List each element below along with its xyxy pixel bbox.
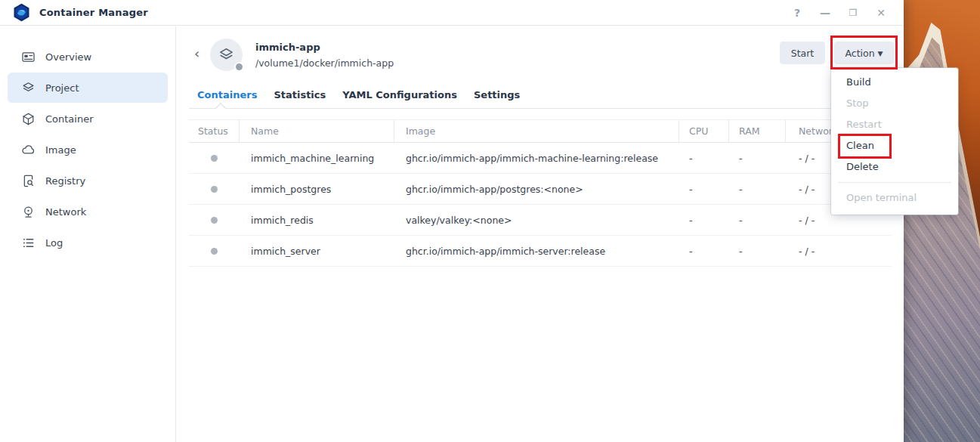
cube-icon xyxy=(21,112,36,126)
sidebar-item-registry[interactable]: Registry xyxy=(8,165,168,196)
sidebar-item-label: Overview xyxy=(45,51,91,63)
sidebar-item-label: Registry xyxy=(45,175,85,187)
action-button-label: Action xyxy=(845,48,874,59)
container-ram: - xyxy=(729,205,786,235)
menu-item-clean[interactable]: Clean xyxy=(831,135,958,156)
desktop-wallpaper xyxy=(904,0,980,442)
sidebar-item-label: Image xyxy=(45,144,76,156)
tab-settings[interactable]: Settings xyxy=(465,89,528,100)
column-header-status[interactable]: Status xyxy=(189,120,240,142)
status-cell xyxy=(189,174,240,204)
layers-icon xyxy=(21,81,36,95)
container-name: immich_machine_learning xyxy=(240,143,394,173)
back-button[interactable]: ‹ xyxy=(194,45,199,61)
container-image: valkey/valkey:<none> xyxy=(394,205,679,235)
menu-item-restart: Restart xyxy=(831,114,958,135)
cloud-icon xyxy=(21,143,36,157)
project-status-dot xyxy=(234,62,244,72)
overview-card-icon xyxy=(21,50,36,64)
status-dot-icon xyxy=(211,155,218,162)
project-path: /volume1/docker/immich-app xyxy=(255,57,394,69)
action-button[interactable]: Action▼ xyxy=(834,42,894,64)
sidebar-item-label: Container xyxy=(45,113,94,125)
title-bar: Container Manager ? — ❐ ✕ xyxy=(0,0,904,26)
container-ram: - xyxy=(729,174,786,204)
tab-yaml-configurations[interactable]: YAML Configurations xyxy=(334,89,465,100)
app-title: Container Manager xyxy=(39,7,148,18)
status-dot-icon xyxy=(211,217,218,224)
sidebar-item-project[interactable]: Project xyxy=(8,73,168,103)
layers-icon xyxy=(218,46,235,63)
desktop-screen: Container Manager ? — ❐ ✕ Overview xyxy=(0,0,980,442)
container-cpu: - xyxy=(679,236,729,266)
container-ram: - xyxy=(729,143,786,173)
container-manager-app-icon xyxy=(13,3,30,22)
menu-item-open-terminal: Open terminal xyxy=(831,187,958,209)
status-cell xyxy=(189,236,240,266)
close-icon[interactable]: ✕ xyxy=(875,7,887,19)
sidebar: Overview Project Container xyxy=(0,26,176,442)
container-cpu: - xyxy=(679,205,729,235)
column-header-image[interactable]: Image xyxy=(394,120,679,142)
container-image: ghcr.io/immich-app/immich-machine-learni… xyxy=(394,143,679,173)
list-icon xyxy=(21,236,36,250)
network-hub-icon xyxy=(21,205,36,219)
sidebar-item-log[interactable]: Log xyxy=(8,227,168,258)
sidebar-item-label: Project xyxy=(45,82,79,94)
sidebar-item-network[interactable]: Network xyxy=(8,196,168,227)
table-row[interactable]: immich_postgres ghcr.io/immich-app/postg… xyxy=(189,174,892,205)
sidebar-item-label: Network xyxy=(45,206,86,218)
table-row[interactable]: immich_redis valkey/valkey:<none> - - - … xyxy=(189,205,892,236)
container-ram: - xyxy=(729,236,786,266)
container-manager-window: Container Manager ? — ❐ ✕ Overview xyxy=(0,0,904,442)
tab-statistics[interactable]: Statistics xyxy=(265,89,334,100)
sidebar-item-label: Log xyxy=(45,237,63,249)
menu-item-delete[interactable]: Delete xyxy=(831,156,958,178)
container-image: ghcr.io/immich-app/postgres:<none> xyxy=(394,174,679,204)
action-dropdown-menu: Build Stop Restart Clean Delete Open ter… xyxy=(831,68,958,215)
menu-item-build[interactable]: Build xyxy=(831,72,958,93)
sidebar-item-image[interactable]: Image xyxy=(8,134,168,165)
chevron-down-icon: ▼ xyxy=(878,50,883,57)
menu-item-stop: Stop xyxy=(831,93,958,114)
minimize-icon[interactable]: — xyxy=(819,7,831,19)
column-header-ram[interactable]: RAM xyxy=(729,120,786,142)
window-controls: ? — ❐ ✕ xyxy=(791,0,887,26)
table-row[interactable]: immich_server ghcr.io/immich-app/immich-… xyxy=(189,236,892,267)
tab-bar: Containers Statistics YAML Configuration… xyxy=(189,89,528,100)
containers-table: Status Name Image CPU RAM Network immich… xyxy=(189,119,892,267)
sidebar-item-container[interactable]: Container xyxy=(8,104,168,134)
tab-divider-line xyxy=(189,108,892,109)
start-button[interactable]: Start xyxy=(780,42,825,64)
status-cell xyxy=(189,205,240,235)
sidebar-item-overview[interactable]: Overview xyxy=(8,42,168,72)
container-name: immich_postgres xyxy=(240,174,394,204)
container-network: - / - xyxy=(786,236,892,266)
menu-divider xyxy=(838,182,951,183)
doc-search-icon xyxy=(21,174,36,188)
help-icon[interactable]: ? xyxy=(791,7,803,19)
container-cpu: - xyxy=(679,143,729,173)
maximize-icon[interactable]: ❐ xyxy=(847,8,859,18)
container-image: ghcr.io/immich-app/immich-server:release xyxy=(394,236,679,266)
project-avatar xyxy=(210,39,243,71)
table-header-row: Status Name Image CPU RAM Network xyxy=(189,119,892,143)
container-name: immich_redis xyxy=(240,205,394,235)
container-cpu: - xyxy=(679,174,729,204)
column-header-name[interactable]: Name xyxy=(240,120,394,142)
active-tab-caret xyxy=(215,103,226,113)
status-dot-icon xyxy=(211,186,218,193)
status-cell xyxy=(189,143,240,173)
container-name: immich_server xyxy=(240,236,394,266)
table-row[interactable]: immich_machine_learning ghcr.io/immich-a… xyxy=(189,143,892,174)
project-name: immich-app xyxy=(255,42,320,53)
column-header-cpu[interactable]: CPU xyxy=(679,120,729,142)
status-dot-icon xyxy=(211,248,218,255)
tab-containers[interactable]: Containers xyxy=(189,89,265,100)
